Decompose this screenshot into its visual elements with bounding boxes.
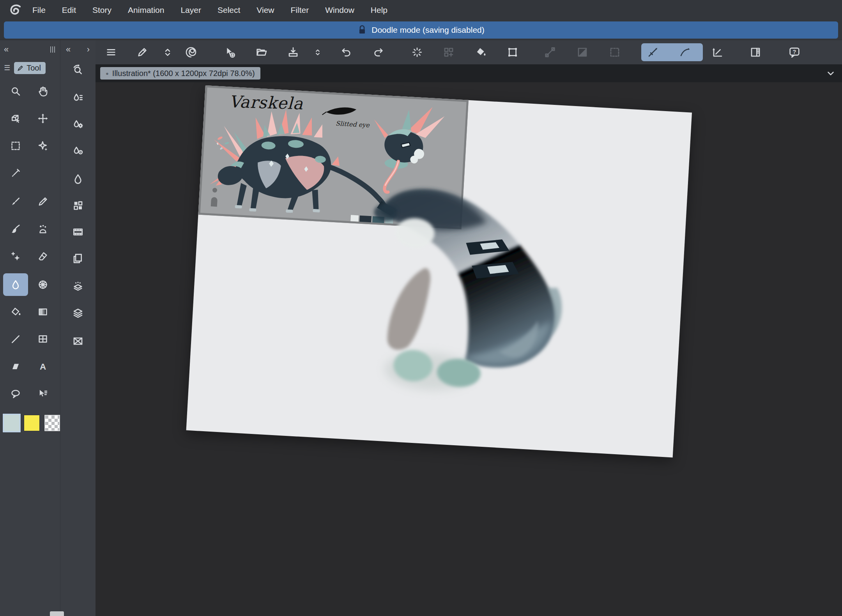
fill-command-icon[interactable] [472,44,489,61]
collapse-commands-icon[interactable] [159,44,176,61]
menu-item-edit[interactable]: Edit [54,5,84,15]
banner-text: Doodle mode (saving disabled) [371,25,485,35]
liquify-tool[interactable] [30,273,55,296]
pencil-tool[interactable] [30,190,55,213]
hand-tool[interactable] [30,80,55,103]
color-swatches [3,414,60,432]
blend-droplet-icon[interactable] [60,168,96,190]
decoration-tool[interactable] [30,218,55,240]
marquee-select-tool[interactable] [3,135,28,157]
snap-curve-ruler-icon[interactable] [676,44,693,61]
add-material-icon[interactable] [221,44,238,61]
tool-property-icon[interactable] [60,113,96,135]
export-options-icon[interactable] [309,44,326,61]
palette-dock-icon[interactable] [747,44,764,61]
menu-item-story[interactable]: Story [84,5,120,15]
help-icon[interactable]: ? [786,44,803,61]
auto-select-tool[interactable] [30,135,55,157]
subtool-list-icon[interactable] [60,87,96,109]
color-set-icon[interactable] [60,195,96,216]
paper-icon[interactable] [60,248,96,269]
brush-tool[interactable] [3,218,28,240]
snap-angle-ruler-icon[interactable] [709,44,726,61]
clip-studio-window: File Edit Story Animation Layer Select V… [0,0,842,616]
document-tab-bar: ● Illustration* (1600 x 1200px 72dpi 78.… [96,64,842,82]
snap-grid-icon[interactable] [440,44,457,61]
open-file-icon[interactable] [253,44,270,61]
balloon-tool[interactable] [3,382,28,405]
expand-strip-icon[interactable]: › [87,44,90,55]
canvas[interactable]: Varskela Slitted eye [186,85,692,457]
collapsed-palette-sliver[interactable] [50,611,64,616]
main-color-swatch[interactable] [3,414,21,432]
text-tool[interactable]: A [30,355,55,378]
fill-tool[interactable] [3,301,28,323]
undo-icon[interactable] [338,44,355,61]
blend-tool-selected[interactable] [3,273,28,296]
loading-rays-icon[interactable] [409,44,426,61]
pen-settings-icon[interactable] [134,44,151,61]
frame-border-tool[interactable] [30,328,55,350]
flow-select-tool[interactable] [30,382,55,405]
tool-palette: « ☰ Tool [0,40,60,616]
snap-selection-icon[interactable] [606,44,623,61]
clip-studio-icon[interactable] [182,44,200,61]
collapse-panel-icon[interactable]: « [4,44,9,55]
redo-icon[interactable] [370,44,387,61]
svg-text:A: A [40,362,46,372]
move-tool[interactable] [30,107,55,130]
operation-tool[interactable] [3,107,28,130]
canvas-overview-icon[interactable] [60,330,96,352]
menu-item-file[interactable]: File [24,5,54,15]
command-bar: ? [96,40,842,64]
pen-tool[interactable] [3,190,28,213]
collapse-strip-icon[interactable]: « [66,44,71,55]
transparent-color-swatch[interactable] [44,415,60,431]
vector-pen-tool[interactable] [3,355,28,378]
main-area: ? ● Illustration* (1600 x 1200px 72dpi 7… [96,40,842,616]
eyedropper-tool[interactable] [3,162,28,184]
menu-item-window[interactable]: Window [317,5,363,15]
main-menu-icon[interactable] [103,44,120,61]
menu-item-animation[interactable]: Animation [120,5,172,15]
menu-item-layer[interactable]: Layer [172,5,209,15]
export-icon[interactable] [285,44,302,61]
doodle-mode-banner: Doodle mode (saving disabled) [4,21,838,39]
tab-list-chevron-icon[interactable] [826,68,836,78]
tab-tool[interactable]: Tool [14,62,46,74]
snap-special-ruler-icon[interactable] [574,44,591,61]
menu-item-select[interactable]: Select [209,5,248,15]
doodle-painting [186,85,692,457]
canvas-area: Varskela Slitted eye [96,82,842,616]
layer-property-icon[interactable] [60,276,96,297]
figure-tool[interactable] [3,328,28,350]
eraser-tool[interactable] [30,245,55,267]
menu-item-view[interactable]: View [248,5,282,15]
document-tab[interactable]: ● Illustration* (1600 x 1200px 72dpi 78.… [100,67,260,80]
navigator-icon[interactable] [60,59,96,81]
banner-strip: Doodle mode (saving disabled) [0,20,842,40]
snap-linear-ruler-icon[interactable] [644,44,662,61]
app-logo-icon[interactable] [7,2,24,18]
pen-icon [17,65,24,71]
gradient-tool[interactable] [30,301,55,323]
transform-command-icon[interactable] [504,44,521,61]
layers-icon[interactable] [60,302,96,324]
panel-menu-icon[interactable]: ☰ [4,64,10,72]
menu-item-filter[interactable]: Filter [282,5,317,15]
snap-ruler-icon[interactable] [541,44,559,61]
document-modified-dot: ● [106,71,109,76]
timeline-icon[interactable] [60,221,96,243]
menu-bar: File Edit Story Animation Layer Select V… [0,0,842,20]
svg-text:?: ? [793,49,796,55]
zoom-tool[interactable] [3,80,28,103]
correction-tool[interactable] [3,245,28,267]
empty-slot [30,162,55,184]
panel-grip-icon[interactable] [50,46,55,53]
brush-size-icon[interactable] [60,140,96,162]
lock-icon [357,25,367,35]
tool-grid: A [3,80,60,407]
palette-strip: « › [60,40,96,616]
sub-color-swatch[interactable] [24,415,39,431]
menu-item-help[interactable]: Help [363,5,396,15]
